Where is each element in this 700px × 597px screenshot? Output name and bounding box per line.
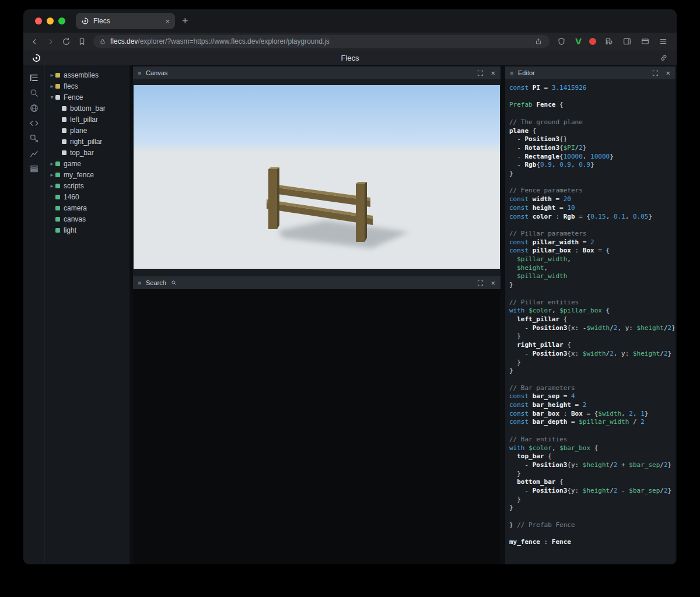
code-line[interactable] — [509, 221, 676, 230]
code-line[interactable]: // Pillar entities — [509, 298, 676, 307]
code-line[interactable] — [509, 512, 676, 521]
tree-item-assemblies[interactable]: ▸assemblies — [45, 69, 130, 80]
code-line[interactable]: - Position3{} — [509, 135, 676, 144]
chevron-right-icon[interactable]: ▸ — [48, 83, 55, 89]
code-line[interactable] — [509, 427, 676, 436]
expand-panel-icon[interactable] — [652, 70, 659, 76]
tree-item-1460[interactable]: 1460 — [45, 191, 130, 202]
tree-item-left_pillar[interactable]: left_pillar — [45, 114, 130, 125]
code-line[interactable]: - Rotation3{$PI/2} — [509, 144, 676, 153]
menu-icon[interactable] — [658, 36, 668, 47]
editor-code[interactable]: const PI = 3.1415926 Prefab Fence { // T… — [505, 79, 676, 564]
close-panel-icon[interactable]: × — [491, 279, 495, 287]
tree-item-canvas[interactable]: canvas — [45, 213, 130, 224]
bookmark-icon[interactable] — [76, 36, 87, 47]
code-line[interactable]: const bar_height = 2 — [509, 401, 676, 410]
code-line[interactable]: } — [509, 504, 676, 512]
window-close-button[interactable] — [35, 17, 42, 24]
code-line[interactable]: right_pillar { — [509, 341, 676, 350]
code-line[interactable] — [509, 178, 676, 187]
tree-item-my_fence[interactable]: ▸my_fence — [45, 169, 130, 180]
share-link-icon[interactable] — [659, 53, 668, 62]
code-line[interactable] — [509, 375, 676, 384]
code-line[interactable]: - Position3{y: $height/2 + $bar_sep/2} — [509, 461, 676, 470]
reload-button[interactable] — [61, 36, 71, 47]
back-button[interactable] — [29, 36, 40, 47]
tree-item-scripts[interactable]: ▸scripts — [45, 180, 130, 191]
code-line[interactable]: } // Prefab Fence — [509, 521, 676, 530]
code-line[interactable]: top_bar { — [509, 452, 676, 461]
code-line[interactable]: plane { — [509, 127, 676, 136]
close-panel-icon[interactable]: × — [666, 69, 670, 77]
tree-item-bottom_bar[interactable]: bottom_bar — [45, 103, 130, 114]
code-line[interactable]: Prefab Fence { — [509, 101, 676, 110]
code-line[interactable] — [509, 530, 676, 539]
window-minimize-button[interactable] — [47, 17, 54, 24]
browser-tab[interactable]: Flecs × — [76, 13, 175, 29]
forward-button[interactable] — [45, 36, 55, 47]
code-line[interactable] — [509, 93, 676, 101]
code-line[interactable]: const height = 10 — [509, 204, 676, 213]
code-line[interactable]: with $color, $pillar_box { — [509, 307, 676, 315]
code-line[interactable]: } — [509, 170, 676, 178]
code-line[interactable]: } — [509, 359, 676, 367]
code-line[interactable]: with $color, $bar_box { — [509, 444, 676, 453]
code-line[interactable]: bottom_bar { — [509, 478, 676, 487]
search-results-area[interactable] — [133, 289, 501, 564]
code-line[interactable]: // The ground plane — [509, 118, 676, 127]
code-line[interactable]: - Rectangle{10000, 10000} — [509, 153, 676, 161]
code-line[interactable]: $pillar_width, — [509, 255, 676, 264]
code-line[interactable] — [509, 290, 676, 298]
code-line[interactable]: my_fence : Fence — [509, 538, 676, 547]
code-line[interactable] — [509, 110, 676, 118]
search-icon[interactable] — [27, 86, 41, 100]
extensions-puzzle-icon[interactable] — [604, 36, 614, 47]
expand-panel-icon[interactable] — [477, 280, 484, 286]
code-line[interactable]: const pillar_box : Box = { — [509, 247, 676, 255]
code-line[interactable]: } — [509, 332, 676, 341]
code-line[interactable]: // Fence parameters — [509, 187, 676, 195]
code-line[interactable]: const PI = 3.1415926 — [509, 84, 676, 93]
tree-item-game[interactable]: ▸game — [45, 158, 130, 169]
tree-item-Fence[interactable]: ▾Fence — [45, 92, 130, 103]
code-line[interactable]: } — [509, 281, 676, 290]
new-tab-button[interactable]: + — [182, 16, 188, 26]
window-zoom-button[interactable] — [58, 17, 65, 24]
url-text[interactable]: flecs.dev/explorer/?wasm=https://www.fle… — [110, 37, 529, 45]
tree-item-light[interactable]: light — [45, 224, 130, 236]
sidebar-panel-icon[interactable] — [622, 36, 632, 47]
code-icon[interactable] — [27, 116, 41, 130]
chevron-right-icon[interactable]: ▸ — [48, 182, 55, 189]
chevron-right-icon[interactable]: ▸ — [48, 72, 55, 78]
globe-icon[interactable] — [27, 101, 41, 115]
tree-item-plane[interactable]: plane — [45, 125, 130, 136]
code-line[interactable]: - Position3{y: $height/2 - $bar_sep/2} — [509, 487, 676, 496]
v-extension-icon[interactable]: V — [575, 37, 582, 46]
chevron-down-icon[interactable]: ▾ — [48, 94, 55, 100]
expand-panel-icon[interactable] — [477, 70, 484, 76]
close-panel-icon[interactable]: × — [491, 69, 495, 77]
code-line[interactable]: } — [509, 470, 676, 479]
record-extension-icon[interactable] — [589, 38, 596, 45]
url-bar[interactable]: flecs.dev/explorer/?wasm=https://www.fle… — [93, 35, 550, 48]
code-line[interactable]: // Bar parameters — [509, 384, 676, 393]
3d-scene-viewport[interactable] — [134, 85, 500, 269]
code-line[interactable]: // Bar entities — [509, 436, 676, 444]
code-line[interactable]: const bar_sep = 4 — [509, 392, 676, 401]
entity-tree-icon[interactable] — [27, 71, 41, 85]
code-line[interactable]: left_pillar { — [509, 315, 676, 324]
code-line[interactable]: - Position3{x: -$width/2, y: $height/2} — [509, 324, 676, 333]
code-line[interactable]: // Pillar parameters — [509, 230, 676, 238]
tab-close-icon[interactable]: × — [165, 17, 170, 25]
code-line[interactable]: } — [509, 367, 676, 375]
code-line[interactable]: const color : Rgb = {0.15, 0.1, 0.05} — [509, 213, 676, 222]
code-line[interactable]: - Rgb{0.9, 0.9, 0.9} — [509, 161, 676, 170]
code-line[interactable]: const bar_depth = $pillar_width / 2 — [509, 418, 676, 427]
wallet-icon[interactable] — [640, 36, 650, 47]
code-line[interactable]: $pillar_width — [509, 272, 676, 281]
stats-icon[interactable] — [27, 146, 41, 160]
chevron-right-icon[interactable]: ▸ — [48, 160, 55, 167]
shield-icon[interactable] — [556, 36, 566, 47]
chevron-right-icon[interactable]: ▸ — [48, 171, 55, 178]
tree-item-flecs[interactable]: ▸flecs — [45, 80, 130, 92]
